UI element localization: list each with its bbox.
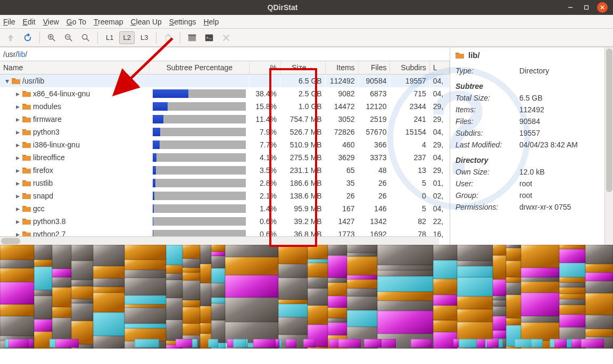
breadcrumb[interactable]: /usr/lib/ bbox=[0, 47, 450, 61]
details-pane: lib/ Type:Directory Subtree Total Size:6… bbox=[450, 47, 613, 245]
usage-bar bbox=[153, 204, 246, 213]
folder-icon bbox=[22, 192, 31, 200]
level-l3[interactable]: L3 bbox=[137, 31, 152, 44]
menu-file[interactable]: File bbox=[3, 18, 15, 26]
folder-icon bbox=[22, 218, 31, 225]
svg-rect-6 bbox=[205, 34, 213, 41]
row-name: rustlib bbox=[33, 179, 53, 187]
subtree-heading: Subtree bbox=[450, 77, 613, 92]
row-name: modules bbox=[33, 102, 61, 111]
col-items[interactable]: Items bbox=[325, 61, 358, 75]
delete-icon[interactable] bbox=[219, 30, 234, 45]
table-row[interactable]: ▸gcc1.4%95.9 MB167146504, bbox=[0, 202, 450, 215]
window-title: QDirStat bbox=[0, 3, 565, 12]
folder-icon bbox=[12, 77, 20, 85]
folder-icon bbox=[22, 154, 31, 161]
row-name: libreoffice bbox=[33, 153, 65, 162]
usage-bar bbox=[153, 153, 246, 162]
expander-icon[interactable]: ▾ bbox=[4, 77, 10, 85]
expander-icon[interactable]: ▸ bbox=[15, 128, 20, 136]
table-row[interactable]: ▸snapd2.1%138.6 MB2626002, bbox=[0, 189, 450, 202]
expander-icon[interactable]: ▸ bbox=[15, 192, 20, 200]
menu-cleanup[interactable]: Clean Up bbox=[130, 18, 161, 26]
svg-rect-4 bbox=[188, 35, 196, 41]
breadcrumb-link[interactable]: lib bbox=[18, 50, 25, 59]
trash-icon[interactable] bbox=[161, 30, 176, 45]
row-name: i386-linux-gnu bbox=[33, 140, 80, 149]
col-pct[interactable]: % bbox=[250, 61, 280, 75]
row-name: /usr/lib bbox=[22, 77, 44, 85]
table-row[interactable]: ▸python37.9%526.7 MB72826576701515404, bbox=[0, 126, 450, 138]
menu-help[interactable]: Help bbox=[203, 18, 219, 26]
minimize-button[interactable] bbox=[565, 2, 576, 13]
table-header-row: Name Subtree Percentage % Size▲ Items Fi… bbox=[0, 61, 450, 75]
table-row[interactable]: ▸rustlib2.8%186.6 MB3526501, bbox=[0, 177, 450, 189]
row-name: gcc bbox=[33, 204, 45, 213]
menu-edit[interactable]: Edit bbox=[23, 18, 36, 26]
treemap-pane[interactable] bbox=[0, 245, 613, 349]
row-name: snapd bbox=[33, 192, 53, 200]
zoom-in-icon[interactable] bbox=[44, 30, 59, 45]
expander-icon[interactable]: ▸ bbox=[15, 102, 20, 111]
usage-bar bbox=[153, 128, 246, 136]
menu-settings[interactable]: Settings bbox=[169, 18, 196, 26]
menu-goto[interactable]: Go To bbox=[67, 18, 86, 26]
folder-icon bbox=[22, 90, 31, 97]
usage-bar bbox=[153, 217, 246, 226]
table-row[interactable]: ▸x86_64-linux-gnu38.4%2.5 GB908268737150… bbox=[0, 87, 450, 100]
expander-icon[interactable]: ▸ bbox=[15, 204, 20, 213]
details-scrollbar[interactable] bbox=[604, 47, 613, 245]
usage-bar bbox=[153, 179, 246, 187]
row-name: firefox bbox=[33, 166, 53, 175]
expander-icon[interactable]: ▸ bbox=[15, 179, 20, 187]
folder-icon bbox=[22, 167, 31, 174]
terminal-icon[interactable] bbox=[202, 30, 217, 45]
folder-icon bbox=[22, 103, 31, 110]
svg-point-3 bbox=[82, 34, 87, 39]
menu-view[interactable]: View bbox=[43, 18, 59, 26]
zoom-reset-icon[interactable] bbox=[78, 30, 93, 45]
row-name: python3.8 bbox=[33, 217, 66, 226]
maximize-button[interactable] bbox=[581, 2, 592, 13]
close-button[interactable] bbox=[597, 2, 608, 13]
col-name[interactable]: Name bbox=[0, 61, 150, 75]
folder-icon bbox=[22, 205, 31, 212]
usage-bar bbox=[153, 102, 246, 111]
zoom-out-icon[interactable] bbox=[61, 30, 76, 45]
table-row[interactable]: ▸i386-linux-gnu7.7%510.9 MB460366429, bbox=[0, 138, 450, 151]
col-files[interactable]: Files bbox=[358, 61, 390, 75]
level-l2[interactable]: L2 bbox=[119, 31, 134, 44]
usage-bar bbox=[153, 140, 246, 149]
col-last[interactable]: L bbox=[429, 61, 449, 75]
expander-icon[interactable]: ▸ bbox=[15, 217, 20, 226]
table-row[interactable]: ▸modules15.8%1.0 GB1447212120234429, bbox=[0, 100, 450, 113]
expander-icon[interactable]: ▸ bbox=[15, 140, 20, 149]
table-row[interactable]: ▸firefox3.5%231.1 MB65481329, bbox=[0, 164, 450, 177]
refresh-icon[interactable] bbox=[20, 30, 35, 45]
expander-icon[interactable]: ▸ bbox=[15, 115, 20, 123]
expander-icon[interactable]: ▸ bbox=[15, 153, 20, 162]
content-row: /usr/lib/ Name Subtree Percentage % Size… bbox=[0, 47, 613, 245]
up-icon[interactable] bbox=[3, 30, 18, 45]
col-size[interactable]: Size▲ bbox=[280, 61, 326, 75]
table-row[interactable]: ▸python3.80.6%39.2 MB142713428222, bbox=[0, 215, 450, 228]
expander-icon[interactable]: ▸ bbox=[15, 89, 20, 98]
window-titlebar: QDirStat bbox=[0, 0, 613, 15]
col-subdirs[interactable]: Subdirs bbox=[390, 61, 429, 75]
horizontal-scrollbar[interactable] bbox=[0, 236, 439, 245]
table-row[interactable]: ▸firmware11.4%754.7 MB3052251924129, bbox=[0, 113, 450, 126]
row-name: python3 bbox=[33, 128, 60, 136]
expander-icon[interactable]: ▸ bbox=[15, 166, 20, 175]
menu-treemap[interactable]: Treemap bbox=[94, 18, 123, 26]
tree-view[interactable]: Name Subtree Percentage % Size▲ Items Fi… bbox=[0, 61, 450, 245]
folder-icon bbox=[22, 179, 31, 187]
table-row[interactable]: ▸libreoffice4.1%275.5 MB3629337323704, bbox=[0, 151, 450, 164]
table-row[interactable]: ▾/usr/lib6.5 GB112492905841955704, bbox=[0, 75, 450, 88]
usage-bar bbox=[153, 89, 246, 98]
col-subtree[interactable]: Subtree Percentage bbox=[150, 61, 250, 75]
file-manager-icon[interactable] bbox=[185, 30, 200, 45]
level-l1[interactable]: L1 bbox=[102, 31, 117, 44]
toolbar: L1 L2 L3 bbox=[0, 29, 613, 47]
sort-asc-icon: ▲ bbox=[308, 65, 313, 71]
row-name: x86_64-linux-gnu bbox=[33, 89, 90, 98]
